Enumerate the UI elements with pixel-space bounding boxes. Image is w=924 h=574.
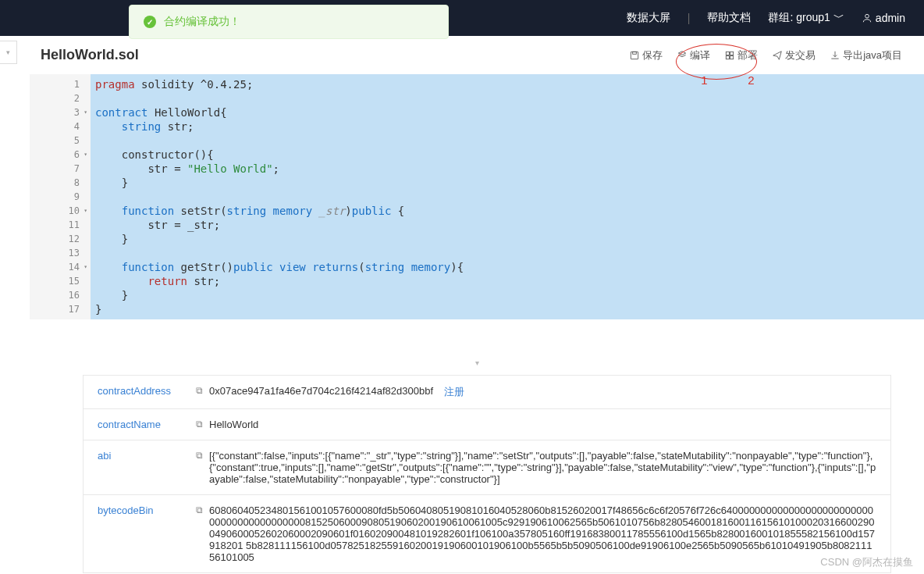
nav-user[interactable]: admin — [862, 12, 905, 24]
svg-point-0 — [865, 14, 869, 18]
export-button[interactable]: 导出java项目 — [830, 48, 902, 62]
row-contract-address: contractAddress ⧉ 0x07ace947a1fa46e7d704… — [84, 376, 890, 409]
copy-icon[interactable]: ⧉ — [196, 450, 203, 461]
svg-rect-5 — [726, 55, 729, 59]
abi-value: [{"constant":false,"inputs":[{"name":"_s… — [209, 450, 876, 485]
nav-data-screen[interactable]: 数据大屏 — [627, 11, 670, 25]
toast-message: 合约编译成功！ — [164, 15, 240, 29]
compile-icon — [677, 50, 688, 61]
action-bar: 保存 编译 部署 发交易 导出java项目 1 2 — [629, 48, 902, 62]
svg-rect-3 — [726, 52, 729, 55]
save-button[interactable]: 保存 — [629, 48, 663, 62]
chevron-down-icon: ﹀ — [833, 11, 844, 25]
copy-icon[interactable]: ⧉ — [196, 419, 203, 430]
bytecode-value: 608060405234801561001057600080fd5b506040… — [209, 504, 876, 563]
send-tx-button[interactable]: 发交易 — [772, 48, 816, 62]
copy-icon[interactable]: ⧉ — [196, 385, 203, 396]
row-abi: abi ⧉ [{"constant":false,"inputs":[{"nam… — [84, 440, 890, 495]
nav-group-selector[interactable]: 群组: group1﹀ — [768, 11, 844, 25]
row-contract-name: contractName ⧉ HelloWorld — [84, 409, 890, 440]
annotation-2: 2 — [748, 73, 754, 87]
row-bytecode: bytecodeBin ⧉ 60806040523480156100105760… — [84, 495, 890, 572]
copy-icon[interactable]: ⧉ — [196, 504, 203, 515]
file-toolbar: HelloWorld.sol 保存 编译 部署 发交易 导出java项目 1 2 — [30, 36, 924, 74]
send-icon — [772, 50, 783, 61]
top-navbar: ✓ 合约编译成功！ 数据大屏 | 帮助文档 群组: group1﹀ admin — [0, 0, 924, 36]
contract-address-value: 0x07ace947a1fa46e7d704c216f4214af82d300b… — [209, 385, 433, 397]
watermark: CSDN @阿杰在摸鱼 — [820, 555, 913, 569]
panel-collapse-toggle[interactable]: ▾ — [30, 352, 924, 370]
svg-rect-6 — [730, 55, 734, 59]
code-content[interactable]: pragma solidity ^0.4.25; contract HelloW… — [91, 74, 924, 319]
svg-rect-4 — [730, 52, 734, 55]
file-name: HelloWorld.sol — [41, 47, 139, 63]
nav-help-doc[interactable]: 帮助文档 — [707, 11, 751, 25]
deploy-icon — [724, 50, 735, 61]
success-toast: ✓ 合约编译成功！ — [129, 5, 449, 39]
svg-rect-2 — [633, 52, 637, 54]
register-link[interactable]: 注册 — [444, 385, 464, 399]
download-icon — [830, 50, 840, 61]
user-icon — [862, 12, 872, 23]
check-icon: ✓ — [144, 16, 156, 28]
contract-name-value: HelloWorld — [209, 419, 258, 430]
editor-empty-area[interactable] — [91, 319, 924, 352]
sidebar-toggle[interactable]: ▾ — [0, 41, 17, 64]
svg-rect-1 — [631, 52, 638, 59]
annotation-1: 1 — [701, 73, 707, 87]
deploy-button[interactable]: 部署 — [724, 48, 758, 62]
divider: | — [688, 12, 691, 24]
line-gutter: 1234567891011121314151617 — [30, 74, 91, 319]
compile-button[interactable]: 编译 — [677, 48, 710, 62]
contract-info-panel: contractAddress ⧉ 0x07ace947a1fa46e7d704… — [83, 375, 891, 573]
save-icon — [629, 50, 640, 61]
code-editor[interactable]: 1234567891011121314151617 pragma solidit… — [30, 74, 924, 319]
